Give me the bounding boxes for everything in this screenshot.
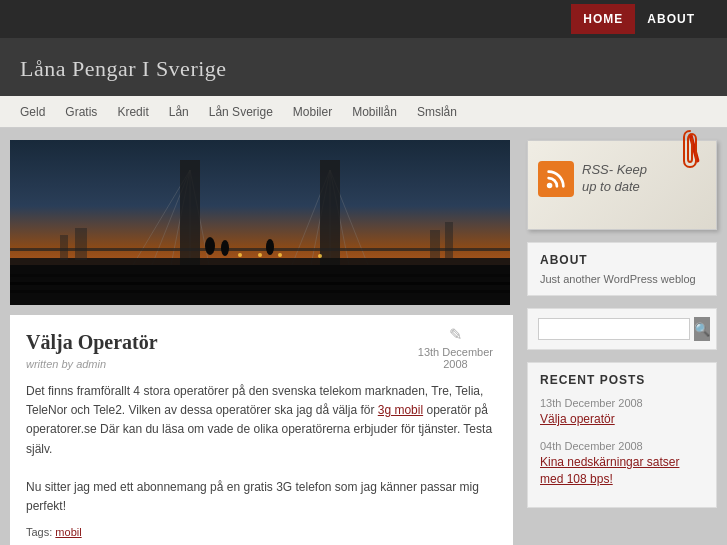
- svg-point-23: [238, 253, 242, 257]
- article-body-p2: Nu sitter jag med ett abonnemang på en g…: [26, 478, 497, 516]
- cat-nav-mobillan[interactable]: Mobillån: [342, 99, 407, 125]
- svg-point-16: [221, 240, 229, 256]
- about-heading: ABOUT: [540, 253, 704, 267]
- main-layout: ✎ 13th December2008 Välja Operatör writt…: [0, 128, 727, 545]
- svg-rect-20: [75, 228, 87, 260]
- svg-point-27: [547, 183, 553, 189]
- search-widget: 🔍: [527, 308, 717, 350]
- rss-feed-icon: [545, 168, 567, 190]
- svg-point-24: [278, 253, 282, 257]
- recent-post-date: 13th December 2008: [540, 397, 643, 409]
- svg-point-26: [258, 253, 262, 257]
- article-tags: Tags: mobil: [26, 526, 497, 538]
- hero-image: [10, 140, 510, 305]
- rss-icon: [538, 161, 574, 197]
- article-body: Det finns framförallt 4 stora operatörer…: [26, 382, 497, 516]
- article: ✎ 13th December2008 Välja Operatör writt…: [10, 315, 513, 545]
- bridge-svg: [10, 140, 510, 305]
- svg-rect-19: [60, 235, 68, 260]
- search-button[interactable]: 🔍: [694, 317, 710, 341]
- cat-nav-smslan[interactable]: Smslån: [407, 99, 467, 125]
- svg-point-17: [266, 239, 274, 255]
- article-date-area: ✎ 13th December2008: [418, 325, 493, 370]
- sidebar: RSS- Keepup to date ABOUT Just another W…: [527, 140, 717, 545]
- svg-rect-21: [430, 230, 440, 258]
- about-widget: ABOUT Just another WordPress weblog: [527, 242, 717, 296]
- about-text: Just another WordPress weblog: [540, 273, 704, 285]
- nav-about-link[interactable]: ABOUT: [635, 4, 707, 34]
- recent-posts-heading: RECENT POSTS: [540, 373, 704, 387]
- cat-nav-lan-sverige[interactable]: Lån Sverige: [199, 99, 283, 125]
- search-input[interactable]: [538, 318, 690, 340]
- article-date: 13th December2008: [418, 346, 493, 370]
- paperclip-icon: [682, 129, 698, 169]
- recent-posts-widget: RECENT POSTS 13th December 2008 Välja op…: [527, 362, 717, 508]
- rss-icon-area: RSS- Keepup to date: [538, 161, 706, 197]
- rss-text: RSS- Keepup to date: [582, 162, 647, 196]
- pencil-icon: ✎: [418, 325, 493, 344]
- cat-nav-mobiler[interactable]: Mobiler: [283, 99, 342, 125]
- main-content: ✎ 13th December2008 Välja Operatör writt…: [10, 140, 513, 545]
- svg-point-15: [205, 237, 215, 255]
- svg-rect-18: [10, 265, 510, 305]
- recent-post-link[interactable]: Välja operatör: [540, 411, 704, 428]
- site-header: Låna Pengar I Sverige: [0, 38, 727, 96]
- top-navigation: HOME ABOUT: [0, 0, 727, 38]
- svg-rect-22: [445, 222, 453, 258]
- site-title: Låna Pengar I Sverige: [20, 56, 707, 82]
- recent-post-link-2[interactable]: Kina nedskärningar satser med 108 bps!: [540, 454, 704, 488]
- cat-nav-geld[interactable]: Geld: [10, 99, 55, 125]
- category-navigation: Geld Gratis Kredit Lån Lån Sverige Mobil…: [0, 96, 727, 128]
- recent-post-item: 04th December 2008 Kina nedskärningar sa…: [540, 438, 704, 488]
- rss-widget: RSS- Keepup to date: [527, 140, 717, 230]
- cat-nav-gratis[interactable]: Gratis: [55, 99, 107, 125]
- cat-nav-kredit[interactable]: Kredit: [107, 99, 158, 125]
- tag-mobil-link[interactable]: mobil: [55, 526, 81, 538]
- recent-post-date-2: 04th December 2008: [540, 440, 643, 452]
- cat-nav-lan[interactable]: Lån: [159, 99, 199, 125]
- nav-home-link[interactable]: HOME: [571, 4, 635, 34]
- recent-post-item: 13th December 2008 Välja operatör: [540, 395, 704, 428]
- article-link-3g[interactable]: 3g mobil: [378, 403, 423, 417]
- svg-point-25: [318, 254, 322, 258]
